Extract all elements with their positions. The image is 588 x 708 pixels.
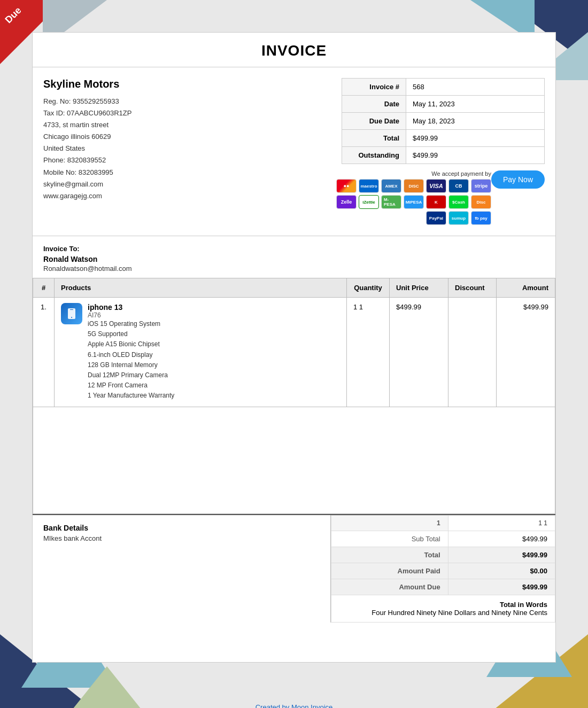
due-badge: Due (3, 5, 24, 26)
total-row: Total $499.99 (331, 547, 555, 563)
invoice-due-date-row: Due Date May 18, 2023 (342, 113, 545, 130)
invoice-meta: Invoice # 568 Date May 11, 2023 Due Date… (342, 78, 545, 225)
product-image (61, 303, 82, 324)
invoice-outstanding-row: Outstanding $499.99 (342, 147, 545, 164)
bill-to-section: Invoice To: Ronald Watson Ronaldwatson@h… (33, 236, 555, 278)
total-words-section: Total in Words Four Hundred Ninety Nine … (331, 595, 555, 623)
amex-logo: AMEX (381, 179, 401, 193)
product-details: iphone 13 AI76 iOS 15 Operating System 5… (88, 303, 174, 401)
invoice-container: INVOICE Skyline Motors Reg. No: 93552925… (32, 32, 556, 663)
payment-row-1: ●● maestro AMEX DISC VISA CB stripe (342, 179, 491, 193)
item-product: iphone 13 AI76 iOS 15 Operating System 5… (55, 298, 347, 407)
payment-section: Pay Now We accept payment by ●● maestro … (342, 170, 545, 225)
item-quantity: 1 1 (347, 298, 390, 407)
total-value: $499.99 (448, 547, 555, 563)
product-name: iphone 13 (88, 303, 174, 312)
count-label: 1 (331, 515, 448, 531)
product-model: AI76 (88, 312, 174, 319)
payment-row-2: Zelle iZettle M-PESA MIPESA K $Cash Disc (342, 195, 491, 209)
company-phone: Phone: 8320839552 (43, 154, 331, 166)
item-num: 1. (33, 298, 55, 407)
invoice-number-row: Invoice # 568 (342, 79, 545, 96)
visa-logo: VISA (426, 179, 446, 193)
footer-section: Bank Details MIkes bank Accont 1 1 1 Sub… (33, 514, 555, 623)
col-amount: Amount (497, 278, 555, 298)
company-country: United States (43, 143, 331, 154)
items-table: # Products Quantity Unit Price Discount … (33, 278, 555, 514)
amount-due-row: Amount Due $499.99 (331, 579, 555, 595)
bank-details: Bank Details MIkes bank Accont (33, 515, 331, 623)
subtotal-value: $499.99 (448, 531, 555, 547)
fbpay-logo: fb pay (471, 211, 491, 225)
invoice-date-value: May 11, 2023 (406, 96, 545, 113)
company-name: Skyline Motors (43, 78, 331, 90)
bill-to-email: Ronaldwatson@hotmail.com (43, 264, 545, 273)
invoice-number-value: 568 (406, 79, 545, 96)
meta-table: Invoice # 568 Date May 11, 2023 Due Date… (342, 78, 545, 164)
company-address1: 4733, st martin street (43, 119, 331, 131)
zelle-logo: Zelle (336, 195, 357, 209)
bank-name: MIkes bank Accont (43, 534, 320, 542)
discover-logo: DISC (404, 179, 424, 193)
company-details: Reg. No: 935529255933 Tax ID: 07AABCU960… (43, 96, 331, 202)
moon-invoice-link[interactable]: Created by Moon Invoice (256, 703, 333, 708)
item-amount: $499.99 (497, 298, 555, 407)
amount-paid-label: Amount Paid (331, 563, 448, 579)
total-words-label: Total in Words (500, 601, 547, 609)
stripe-logo: stripe (471, 179, 491, 193)
product-specs: iOS 15 Operating System 5G Supported App… (88, 319, 174, 401)
amount-due-value: $499.99 (448, 579, 555, 595)
amount-paid-value: $0.00 (448, 563, 555, 579)
bill-to-label: Invoice To: (43, 245, 545, 253)
amount-paid-row: Amount Paid $0.00 (331, 563, 555, 579)
company-mobile: Mobile No: 832083995 (43, 167, 331, 178)
empty-cell (33, 407, 555, 514)
invoice-total-label: Total (342, 130, 406, 147)
total-words-value: Four Hundred Ninety Nine Dollars and Nin… (372, 609, 547, 617)
empty-row (33, 407, 555, 514)
col-products: Products (55, 278, 347, 298)
table-header-row: # Products Quantity Unit Price Discount … (33, 278, 555, 298)
col-quantity: Quantity (347, 278, 390, 298)
invoice-due-date-value: May 18, 2023 (406, 113, 545, 130)
subtotal-amount-row: Sub Total $499.99 (331, 531, 555, 547)
company-address2: Chicago illinois 60629 (43, 131, 331, 143)
footer-link-section: Created by Moon Invoice (0, 695, 588, 708)
invoice-total-value: $499.99 (406, 130, 545, 147)
kmart-logo: K (426, 195, 446, 209)
svg-rect-1 (70, 309, 73, 310)
company-website: www.garagejg.com (43, 190, 331, 202)
amount-due-label: Amount Due (331, 579, 448, 595)
izettle-logo: iZettle (359, 195, 379, 209)
paypal-logo: PayPal (426, 211, 446, 225)
invoice-due-date-label: Due Date (342, 113, 406, 130)
mastercard-logo: ●● (336, 179, 357, 193)
payment-row-3: PayPal sumup fb pay (342, 211, 491, 225)
bill-to-name: Ronald Watson (43, 255, 545, 263)
svg-point-2 (71, 317, 72, 318)
totals-section: 1 1 1 Sub Total $499.99 Total $499.99 Am… (331, 515, 555, 623)
invoice-number-label: Invoice # (342, 79, 406, 96)
subtotal-row: 1 1 1 (331, 515, 555, 531)
invoice-date-label: Date (342, 96, 406, 113)
item-discount (448, 298, 497, 407)
invoice-date-row: Date May 11, 2023 (342, 96, 545, 113)
mpesa-logo: M-PESA (381, 195, 401, 209)
pay-now-button[interactable]: Pay Now (491, 170, 545, 189)
cb-logo: CB (448, 179, 469, 193)
count-value: 1 1 (448, 515, 555, 531)
invoice-total-row: Total $499.99 (342, 130, 545, 147)
discover2-logo: Disc (471, 195, 491, 209)
table-row: 1. iphone 13 AI76 (33, 298, 555, 407)
company-tax: Tax ID: 07AABCU9603R1ZP (43, 107, 331, 119)
col-unit-price: Unit Price (390, 278, 448, 298)
invoice-header: Skyline Motors Reg. No: 935529255933 Tax… (33, 67, 555, 236)
totals-table: 1 1 1 Sub Total $499.99 Total $499.99 Am… (331, 515, 555, 595)
sumup-logo: sumup (448, 211, 469, 225)
col-num: # (33, 278, 55, 298)
company-reg: Reg. No: 935529255933 (43, 96, 331, 107)
cashapp-logo: $Cash (448, 195, 469, 209)
total-label: Total (331, 547, 448, 563)
subtotal-label: Sub Total (331, 531, 448, 547)
company-email: skyline@gmail.com (43, 178, 331, 190)
